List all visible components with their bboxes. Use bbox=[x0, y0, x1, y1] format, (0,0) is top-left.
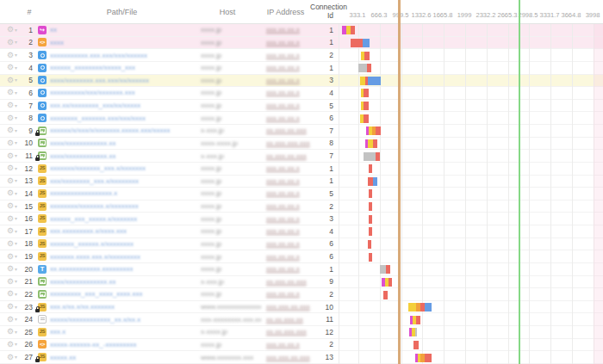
waterfall-bar[interactable] bbox=[368, 240, 371, 249]
ip-address-link[interactable]: xx.xx.xxx.xx bbox=[261, 316, 310, 324]
gear-menu-button[interactable]: ⚙▾ bbox=[0, 164, 24, 172]
ip-address-link[interactable]: xxx.xx.xx.x bbox=[261, 52, 310, 59]
gear-menu-button[interactable]: ⚙▾ bbox=[0, 215, 24, 223]
path-link[interactable]: xxxxx-xxxxxx-xx_-xxxxxxxxx bbox=[50, 341, 194, 349]
gear-menu-button[interactable]: ⚙▾ bbox=[0, 227, 24, 235]
gear-menu-button[interactable]: ⚙▾ bbox=[0, 102, 24, 109]
gear-menu-button[interactable]: ⚙▾ bbox=[0, 290, 24, 298]
waterfall-bar[interactable] bbox=[368, 177, 377, 186]
waterfall-bar[interactable] bbox=[366, 126, 381, 135]
bar-segment-red[interactable] bbox=[369, 253, 372, 262]
waterfall-bar[interactable] bbox=[342, 26, 355, 34]
bar-segment-gray[interactable] bbox=[380, 265, 386, 274]
column-header-number[interactable]: # bbox=[24, 8, 34, 16]
path-link[interactable]: xxx.xxxxxxxxx.x/xxxx.xxx bbox=[50, 227, 194, 235]
ip-address-link[interactable]: xxx.xx.xx.x bbox=[261, 240, 310, 248]
request-row[interactable]: ⚙▾18JSxxxxxxx_xxxxxx.x/xxxxxxxxxxxx.jpxx… bbox=[0, 238, 603, 251]
column-header-connection-id[interactable]: Connection Id bbox=[310, 3, 337, 21]
bar-segment-red[interactable] bbox=[351, 39, 363, 47]
ip-address-link[interactable]: xxx.xx.xx.x bbox=[261, 26, 310, 34]
gear-menu-button[interactable]: ⚙▾ bbox=[0, 278, 24, 286]
gear-menu-button[interactable]: ⚙▾ bbox=[0, 114, 24, 122]
path-link[interactable]: xxxx/xxxxxxxx.xxx.xxx/xx/xxxxxx bbox=[50, 77, 194, 84]
request-row[interactable]: ⚙▾7xxx.xx/xxxxxxxx_xxx/xx/xxxxxxxxx.jpxx… bbox=[0, 100, 603, 113]
bar-segment-gray[interactable] bbox=[358, 64, 367, 72]
request-row[interactable]: ⚙▾24xxxxx/xxxxxxxxxxxx_xx.x/xx.xxxx-xxxx… bbox=[0, 313, 603, 326]
gear-menu-button[interactable]: ⚙▾ bbox=[0, 77, 24, 84]
waterfall-bar[interactable] bbox=[408, 303, 432, 312]
column-header-ip[interactable]: IP Address bbox=[261, 8, 310, 16]
ip-address-link[interactable]: xxx.xx.xx.x bbox=[261, 89, 310, 96]
gear-menu-button[interactable]: ⚙▾ bbox=[0, 265, 24, 273]
bar-segment-yellow[interactable] bbox=[408, 303, 416, 312]
request-row[interactable]: ⚙▾22xxxxxxxxx_xxx_xxxx_xxxx.xxxxxxx.jpxx… bbox=[0, 288, 603, 301]
ip-address-link[interactable]: xxx.xx.xx.x bbox=[261, 202, 310, 210]
waterfall-bar[interactable] bbox=[415, 354, 432, 362]
gear-menu-button[interactable]: ⚙▾ bbox=[0, 39, 24, 46]
request-row[interactable]: ⚙▾26<>xxxxx-xxxxxx-xx_-xxxxxxxxxxxxx.jpx… bbox=[0, 339, 603, 352]
gear-menu-button[interactable]: ⚙▾ bbox=[0, 316, 24, 324]
ip-address-link[interactable]: xx.xxx.xx.xxx bbox=[261, 152, 310, 160]
path-link[interactable]: xxxxxxxx_xxxxxxx.xxx/xxx/xxxx bbox=[50, 114, 194, 122]
waterfall-bar[interactable] bbox=[364, 152, 380, 161]
ip-address-link[interactable]: xxx.xx.xx.x bbox=[261, 265, 310, 273]
ip-address-link[interactable]: xxx.xx.xx.x bbox=[261, 253, 310, 261]
bar-segment-red[interactable] bbox=[364, 102, 369, 110]
gear-menu-button[interactable]: ⚙▾ bbox=[0, 189, 24, 197]
path-link[interactable]: xxxxxxxx/xxxxxxx.x/xxxxxxxx bbox=[50, 202, 194, 210]
bar-segment-blue[interactable] bbox=[425, 303, 432, 312]
bar-segment-red[interactable] bbox=[425, 354, 432, 362]
bar-segment-red[interactable] bbox=[386, 265, 390, 274]
request-row[interactable]: ⚙▾15JSxxxxxxxx/xxxxxxx.x/xxxxxxxxxxxx.jp… bbox=[0, 201, 603, 213]
ip-address-link[interactable]: xx.xxx.xx.xxx bbox=[261, 278, 310, 286]
gear-menu-button[interactable]: ⚙▾ bbox=[0, 240, 24, 248]
path-link[interactable]: xxx.x/xx.x/xx.xxxxxxx bbox=[50, 303, 194, 311]
ip-address-link[interactable]: xxx.xxx.xx.xxx bbox=[261, 354, 310, 361]
path-link[interactable]: xxxxxxxxxxx.xxx.xxx/xxx/xxxxxx bbox=[50, 52, 194, 59]
bar-segment-red[interactable] bbox=[376, 126, 381, 135]
ip-address-link[interactable]: xxx.xx.xx.x bbox=[261, 177, 310, 185]
request-row[interactable]: ⚙▾13JSxxx/xxxxxxxx_xxx.x/xxxxxxxxxxxx.jp… bbox=[0, 176, 603, 188]
request-row[interactable]: ⚙▾3xxxxxxxxxxx.xxx.xxx/xxx/xxxxxxxxxx.jp… bbox=[0, 49, 603, 62]
path-link[interactable]: xxxx/xxxxxxxxxxxx.xx bbox=[50, 152, 194, 160]
bar-segment-red[interactable] bbox=[364, 52, 370, 60]
waterfall-bar[interactable] bbox=[361, 102, 369, 110]
bar-segment-red[interactable] bbox=[413, 341, 419, 349]
path-link[interactable]: xxx.xx/xxxxxxxx_xxx/xx/xxxxx bbox=[50, 102, 194, 109]
request-row[interactable]: ⚙▾9xxxxxx/x/xxx/x/xxxxxxx.xxxxx.xxx/xxxx… bbox=[0, 125, 603, 138]
path-link[interactable]: xxx/xxxxxxxx_xxx.x/xxxxxxxx bbox=[50, 177, 194, 185]
gear-menu-button[interactable]: ⚙▾ bbox=[0, 52, 24, 59]
column-header-path[interactable]: Path/File bbox=[50, 8, 194, 16]
ip-address-link[interactable]: xxx.xx.xx.x bbox=[261, 227, 310, 235]
ip-address-link[interactable]: xxx.xx.xx.x bbox=[261, 341, 310, 349]
waterfall-bar[interactable] bbox=[360, 77, 381, 85]
ip-address-link[interactable]: xx.xxx.xxx.xxx bbox=[261, 139, 310, 147]
path-link[interactable]: xxxxx/xxxxxxxxxxxx_xx.x/xx.x bbox=[50, 316, 194, 324]
ip-address-link[interactable]: xxx.xx.xx.x bbox=[261, 102, 310, 109]
waterfall-bar[interactable] bbox=[360, 114, 369, 123]
bar-segment-red[interactable] bbox=[373, 139, 377, 148]
bar-segment-red[interactable] bbox=[367, 64, 371, 72]
request-row[interactable]: ⚙▾11xxxx/xxxxxxxxxxxx.xxx-xxx.jpxx.xxx.x… bbox=[0, 150, 603, 163]
bar-segment-red[interactable] bbox=[368, 240, 371, 249]
bar-segment-red[interactable] bbox=[416, 316, 420, 324]
request-row[interactable]: ⚙▾12JSxxxxxxx/xxxxxxx_xxx.x/xxxxxxxxxxx.… bbox=[0, 163, 603, 176]
gear-menu-button[interactable]: ⚙▾ bbox=[0, 341, 24, 349]
gear-menu-button[interactable]: ⚙▾ bbox=[0, 139, 24, 147]
request-row[interactable]: ⚙▾8xxxxxxxx_xxxxxxx.xxx/xxx/xxxxxxxx.jpx… bbox=[0, 112, 603, 125]
request-row[interactable]: ⚙▾2<>xxxxxxxx.jpxxx.xx.xx.x1 bbox=[0, 37, 603, 50]
ip-address-link[interactable]: xxx.xx.xx.x bbox=[261, 290, 310, 298]
waterfall-bar[interactable] bbox=[369, 189, 372, 198]
path-link[interactable]: xxxx/xxxxxxxxxxxx.xx bbox=[50, 278, 194, 286]
path-link[interactable]: xxxxxxxxx_xxx_xxxx_xxxx.xxx bbox=[50, 290, 194, 298]
column-header-host[interactable]: Host bbox=[194, 8, 261, 16]
bar-segment-red[interactable] bbox=[364, 114, 369, 123]
waterfall-bar[interactable] bbox=[410, 316, 420, 324]
path-link[interactable]: xxxxxxx_xxxxxx.x/xxxxxxxx bbox=[50, 240, 194, 248]
request-row[interactable]: ⚙▾25JSxxx.xx-xxxx.jpxx.xx.xxx.xxx12 bbox=[0, 326, 603, 339]
path-link[interactable]: xxxx/xxxxxxxxxxxx.xx bbox=[50, 139, 194, 147]
gear-menu-button[interactable]: ⚙▾ bbox=[0, 64, 24, 71]
request-row[interactable]: ⚙▾10xxxx/xxxxxxxxxxxx.xxxxxx-xxxx.jpxx.x… bbox=[0, 138, 603, 151]
gear-menu-button[interactable]: ⚙▾ bbox=[0, 354, 24, 361]
path-link[interactable]: xx.xxxxxxxxxxxx.xxxxxxxxx bbox=[50, 265, 194, 273]
